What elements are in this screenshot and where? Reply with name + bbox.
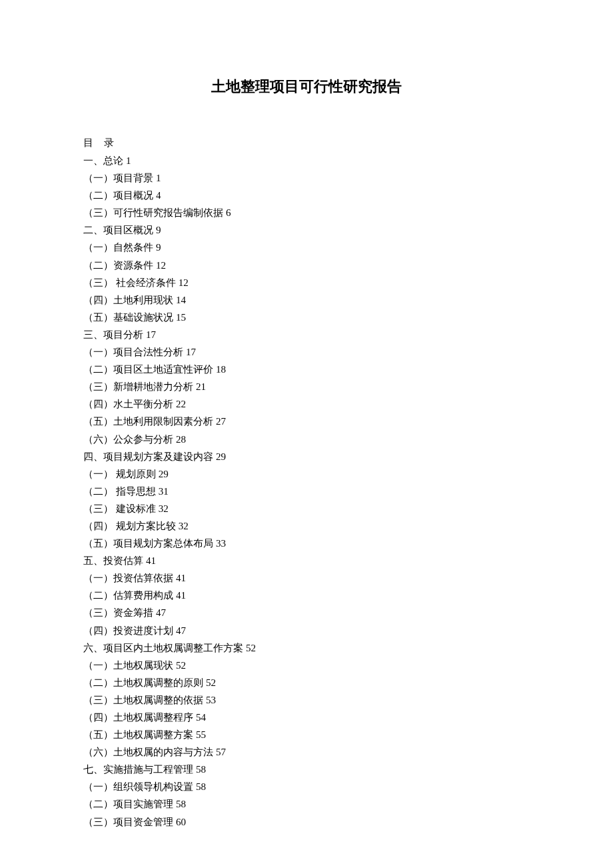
toc-entry-page: 41 (176, 573, 186, 583)
toc-entry-label: （三）资金筹措 (83, 607, 153, 618)
toc-entry: （二）项目概况4 (83, 187, 530, 204)
toc-entry-page: 58 (176, 799, 186, 809)
toc-entry-page: 32 (179, 521, 189, 531)
toc-entry-page: 52 (206, 677, 216, 688)
toc-entry: （二）土地权属调整的原则52 (83, 674, 530, 691)
toc-entry-label: （五）项目规划方案总体布局 (83, 538, 213, 549)
toc-entry: （一）投资估算依据41 (83, 569, 530, 587)
toc-entry: （五）项目规划方案总体布局33 (83, 535, 530, 552)
toc-header: 目 录 (83, 137, 530, 149)
toc-entry-label: （一） 规划原则 (83, 469, 156, 479)
document-title: 土地整理项目可行性研究报告 (83, 77, 530, 97)
toc-entry-label: （四）土地利用现状 (83, 295, 173, 305)
toc-entry-page: 55 (196, 729, 206, 740)
toc-entry: （一）组织领导机构设置58 (83, 778, 530, 795)
toc-entry-label: （一）组织领导机构设置 (83, 781, 193, 792)
toc-entry-page: 52 (176, 660, 186, 671)
toc-entry-label: （五）土地权属调整方案 (83, 729, 193, 740)
toc-entry: （四）土地利用现状14 (83, 291, 530, 309)
toc-entry-page: 32 (159, 503, 169, 514)
toc-entry-page: 9 (156, 225, 161, 235)
toc-entry-page: 52 (246, 643, 256, 653)
toc-entry-label: （二）项目实施管理 (83, 799, 173, 809)
toc-entry-page: 54 (196, 712, 206, 723)
toc-entry: （二） 指导思想31 (83, 483, 530, 500)
toc-entry-page: 60 (176, 817, 186, 827)
toc-entry-page: 41 (176, 590, 186, 601)
table-of-contents: 一、总论1（一）项目背景1（二）项目概况4（三）可行性研究报告编制依据6二、项目… (83, 152, 530, 831)
toc-entry: （一）自然条件9 (83, 239, 530, 256)
toc-entry-page: 12 (156, 260, 166, 271)
toc-entry-label: （一）项目合法性分析 (83, 347, 183, 357)
toc-entry-page: 58 (196, 764, 206, 775)
toc-entry-page: 28 (176, 434, 186, 445)
toc-entry: （四） 规划方案比较32 (83, 517, 530, 535)
toc-entry-page: 47 (156, 607, 166, 618)
toc-entry-page: 12 (179, 277, 189, 288)
toc-entry-page: 6 (226, 207, 231, 218)
toc-entry-page: 29 (216, 451, 226, 462)
toc-entry-page: 1 (156, 173, 161, 183)
toc-entry-label: （六）土地权属的内容与方法 (83, 747, 213, 757)
toc-entry-label: （四）投资进度计划 (83, 625, 173, 636)
toc-entry-label: （四）土地权属调整程序 (83, 712, 193, 723)
toc-entry: （一）项目背景1 (83, 169, 530, 187)
toc-entry-page: 18 (216, 364, 226, 375)
toc-entry: （四）水土平衡分析22 (83, 395, 530, 413)
toc-entry: （二）项目区土地适宜性评价18 (83, 361, 530, 378)
toc-entry-label: （三） 建设标准 (83, 503, 156, 514)
toc-entry-label: （三） 社会经济条件 (83, 277, 176, 288)
toc-entry-label: （四） 规划方案比较 (83, 521, 176, 531)
toc-entry-page: 14 (176, 295, 186, 305)
toc-entry: （三） 社会经济条件12 (83, 274, 530, 291)
toc-entry-label: （一）投资估算依据 (83, 573, 173, 583)
toc-entry-page: 27 (216, 416, 226, 427)
toc-entry: 二、项目区概况9 (83, 221, 530, 239)
toc-entry: 四、项目规划方案及建设内容29 (83, 448, 530, 465)
toc-entry-label: （一）自然条件 (83, 242, 153, 253)
toc-entry-page: 4 (156, 190, 161, 201)
toc-entry-page: 29 (159, 469, 169, 479)
toc-entry-label: 五、投资估算 (83, 555, 143, 566)
toc-entry-label: （五）基础设施状况 (83, 312, 173, 323)
toc-entry: （三）可行性研究报告编制依据6 (83, 204, 530, 221)
toc-entry-label: （三）新增耕地潜力分析 (83, 381, 193, 392)
toc-entry: （五）基础设施状况15 (83, 309, 530, 326)
toc-entry-label: （二）项目概况 (83, 190, 153, 201)
toc-entry: （三）项目资金管理60 (83, 813, 530, 831)
toc-entry-label: （二）项目区土地适宜性评价 (83, 364, 213, 375)
toc-entry-page: 17 (146, 329, 156, 340)
toc-entry-label: （五）土地利用限制因素分析 (83, 416, 213, 427)
toc-entry: （五）土地权属调整方案55 (83, 726, 530, 743)
toc-entry-label: 四、项目规划方案及建设内容 (83, 451, 213, 462)
toc-entry: （四）投资进度计划47 (83, 622, 530, 639)
toc-entry: （三） 建设标准32 (83, 500, 530, 517)
toc-entry: （二）项目实施管理58 (83, 795, 530, 813)
toc-entry-page: 57 (216, 747, 226, 757)
toc-entry: 六、项目区内土地权属调整工作方案52 (83, 639, 530, 657)
toc-entry-page: 9 (156, 242, 161, 253)
toc-entry: 一、总论1 (83, 152, 530, 169)
toc-entry-label: 三、项目分析 (83, 329, 143, 340)
toc-entry-label: （四）水土平衡分析 (83, 399, 173, 409)
toc-entry-label: （三）项目资金管理 (83, 817, 173, 827)
toc-entry-label: （三）土地权属调整的依据 (83, 695, 203, 705)
toc-entry-page: 33 (216, 538, 226, 549)
toc-entry-label: 一、总论 (83, 155, 123, 166)
toc-entry-label: （一）土地权属现状 (83, 660, 173, 671)
toc-entry: 五、投资估算41 (83, 552, 530, 569)
toc-entry: （三）土地权属调整的依据53 (83, 691, 530, 709)
toc-entry: （一）项目合法性分析17 (83, 343, 530, 361)
toc-entry-page: 58 (196, 781, 206, 792)
toc-entry: （一）土地权属现状52 (83, 657, 530, 674)
toc-entry-label: （六）公众参与分析 (83, 434, 173, 445)
toc-entry: （一） 规划原则29 (83, 465, 530, 483)
toc-entry-label: （一）项目背景 (83, 173, 153, 183)
toc-entry-page: 17 (186, 347, 196, 357)
toc-entry: （四）土地权属调整程序54 (83, 709, 530, 726)
toc-entry-page: 1 (126, 155, 131, 166)
toc-entry: （二）资源条件12 (83, 257, 530, 274)
toc-entry: （六）土地权属的内容与方法57 (83, 743, 530, 761)
toc-entry-label: （二）土地权属调整的原则 (83, 677, 203, 688)
toc-entry: （三）资金筹措47 (83, 604, 530, 621)
